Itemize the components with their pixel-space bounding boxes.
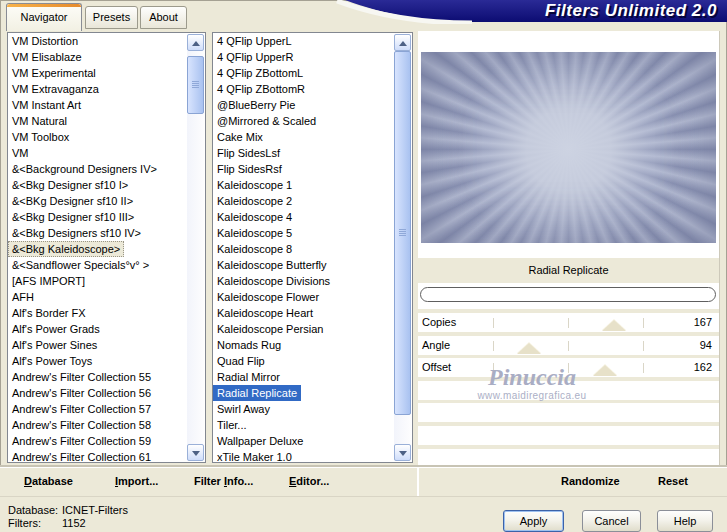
category-item[interactable]: &<Bkg Designers sf10 IV> bbox=[8, 225, 205, 241]
category-item[interactable]: VM bbox=[8, 145, 205, 161]
param-label: Copies bbox=[422, 316, 456, 328]
filters-unlimited-window: Filters Unlimited 2.0 Navigator Presets … bbox=[0, 0, 727, 532]
database-button[interactable]: Database bbox=[24, 475, 73, 487]
category-item[interactable]: Andrew's Filter Collection 58 bbox=[8, 417, 205, 433]
bottom-toolbar: DatabaseImport...Filter Info...Editor...… bbox=[0, 467, 727, 496]
filter-item[interactable]: Kaleidoscope Heart bbox=[213, 305, 412, 321]
slider-thumb-icon[interactable] bbox=[593, 365, 617, 376]
filter-listbox[interactable]: 4 QFlip UpperL4 QFlip UpperR4 QFlip ZBot… bbox=[212, 32, 413, 463]
category-item[interactable]: Andrew's Filter Collection 56 bbox=[8, 385, 205, 401]
category-item[interactable]: &<Background Designers IV> bbox=[8, 161, 205, 177]
param-value: 162 bbox=[694, 361, 712, 373]
progress-row bbox=[418, 283, 719, 309]
param-row-angle[interactable]: Angle94 bbox=[418, 336, 719, 355]
category-item[interactable]: Alf's Power Toys bbox=[8, 353, 205, 369]
apply-button[interactable]: Apply bbox=[503, 510, 564, 532]
scroll-down-icon[interactable] bbox=[394, 444, 411, 461]
database-value: ICNET-Filters bbox=[62, 504, 128, 516]
category-item[interactable]: VM Distortion bbox=[8, 33, 205, 49]
category-item[interactable]: [AFS IMPORT] bbox=[8, 273, 205, 289]
help-button[interactable]: Help bbox=[657, 510, 713, 532]
filter-item[interactable]: 4 QFlip UpperR bbox=[213, 49, 412, 65]
category-item[interactable]: VM Natural bbox=[8, 113, 205, 129]
category-item[interactable]: &<Bkg Designer sf10 III> bbox=[8, 209, 205, 225]
category-item[interactable]: AFH bbox=[8, 289, 205, 305]
filter-item[interactable]: Kaleidoscope 4 bbox=[213, 209, 412, 225]
category-item[interactable]: VM Elisablaze bbox=[8, 49, 205, 65]
filter-item[interactable]: Cake Mix bbox=[213, 129, 412, 145]
param-row-copies[interactable]: Copies167 bbox=[418, 313, 719, 332]
slider-thumb-icon[interactable] bbox=[602, 320, 626, 331]
filter-item[interactable]: Swirl Away bbox=[213, 401, 412, 417]
import-button[interactable]: Import... bbox=[115, 475, 158, 487]
filter-item[interactable]: Kaleidoscope Butterfly bbox=[213, 257, 412, 273]
up-arrow-icon bbox=[399, 41, 407, 46]
param-value: 167 bbox=[694, 316, 712, 328]
category-item[interactable]: Andrew's Filter Collection 55 bbox=[8, 369, 205, 385]
category-item[interactable]: &<Sandflower Specials°v° > bbox=[8, 257, 205, 273]
slider-thumb-icon[interactable] bbox=[517, 343, 541, 354]
filter-scrollbar[interactable] bbox=[394, 34, 411, 461]
filter-item-selected[interactable]: Radial Replicate bbox=[213, 385, 301, 401]
filters-count-value: 1152 bbox=[62, 517, 86, 529]
scroll-up-icon[interactable] bbox=[187, 34, 204, 51]
filter-item[interactable]: @BlueBerry Pie bbox=[213, 97, 412, 113]
filter-item[interactable]: Kaleidoscope Divisions bbox=[213, 273, 412, 289]
category-item[interactable]: &<BKg Designer sf10 II> bbox=[8, 193, 205, 209]
category-listbox[interactable]: VM DistortionVM ElisablazeVM Experimenta… bbox=[7, 32, 206, 463]
category-item[interactable]: VM Extravaganza bbox=[8, 81, 205, 97]
filter-item[interactable]: Kaleidoscope 8 bbox=[213, 241, 412, 257]
filters-count-label: Filters: bbox=[8, 517, 41, 529]
up-arrow-icon bbox=[192, 41, 200, 46]
tab-navigator[interactable]: Navigator bbox=[6, 3, 82, 31]
filter-item[interactable]: Kaleidoscope 5 bbox=[213, 225, 412, 241]
category-item-selected[interactable]: &<Bkg Kaleidoscope> bbox=[8, 241, 124, 257]
param-row-empty bbox=[418, 449, 719, 468]
scroll-down-icon[interactable] bbox=[187, 444, 204, 461]
category-item[interactable]: Andrew's Filter Collection 57 bbox=[8, 401, 205, 417]
filter-item[interactable]: Wallpaper Deluxe bbox=[213, 433, 412, 449]
category-item[interactable]: Alf's Border FX bbox=[8, 305, 205, 321]
category-item[interactable]: Andrew's Filter Collection 59 bbox=[8, 433, 205, 449]
filter-item[interactable]: @Mirrored & Scaled bbox=[213, 113, 412, 129]
cancel-button[interactable]: Cancel bbox=[582, 510, 641, 532]
filter-item[interactable]: Kaleidoscope 1 bbox=[213, 177, 412, 193]
category-item[interactable]: VM Experimental bbox=[8, 65, 205, 81]
category-item[interactable]: VM Instant Art bbox=[8, 97, 205, 113]
tab-about[interactable]: About bbox=[140, 6, 187, 29]
app-title: Filters Unlimited 2.0 bbox=[545, 1, 717, 21]
reset-button[interactable]: Reset bbox=[658, 475, 688, 487]
randomize-button[interactable]: Randomize bbox=[561, 475, 620, 487]
scroll-thumb[interactable] bbox=[394, 51, 411, 415]
param-value: 94 bbox=[700, 339, 712, 351]
param-row-offset[interactable]: Offset162 bbox=[418, 358, 719, 377]
filter-item[interactable]: Tiler... bbox=[213, 417, 412, 433]
editor-button[interactable]: Editor... bbox=[289, 475, 329, 487]
filter-item[interactable]: Flip SidesLsf bbox=[213, 145, 412, 161]
filter-item[interactable]: 4 QFlip ZBottomL bbox=[213, 65, 412, 81]
filter-info-button[interactable]: Filter Info... bbox=[194, 475, 253, 487]
category-item[interactable]: Andrew's Filter Collection 61 bbox=[8, 449, 205, 463]
filter-item[interactable]: Quad Flip bbox=[213, 353, 412, 369]
filter-item[interactable]: Kaleidoscope Flower bbox=[213, 289, 412, 305]
filter-item[interactable]: Radial Mirror bbox=[213, 369, 412, 385]
category-item[interactable]: VM Toolbox bbox=[8, 129, 205, 145]
preview-filter-name: Radial Replicate bbox=[418, 258, 719, 283]
param-label: Offset bbox=[422, 361, 451, 373]
filter-item[interactable]: Flip SidesRsf bbox=[213, 161, 412, 177]
category-item[interactable]: Alf's Power Grads bbox=[8, 321, 205, 337]
filter-item[interactable]: 4 QFlip ZBottomR bbox=[213, 81, 412, 97]
filter-item[interactable]: Kaleidoscope 2 bbox=[213, 193, 412, 209]
tab-presets[interactable]: Presets bbox=[85, 6, 138, 29]
filter-item[interactable]: Kaleidoscope Persian bbox=[213, 321, 412, 337]
status-bar: Database: ICNET-Filters Filters: 1152 Ap… bbox=[0, 496, 727, 532]
scroll-up-icon[interactable] bbox=[394, 34, 411, 51]
category-item[interactable]: &<Bkg Designer sf10 I> bbox=[8, 177, 205, 193]
scroll-thumb[interactable] bbox=[187, 56, 204, 114]
category-item[interactable]: Alf's Power Sines bbox=[8, 337, 205, 353]
filter-item[interactable]: Nomads Rug bbox=[213, 337, 412, 353]
toolbar-divider bbox=[417, 468, 419, 496]
filter-item[interactable]: xTile Maker 1.0 bbox=[213, 449, 412, 463]
category-scrollbar[interactable] bbox=[187, 34, 204, 461]
filter-item[interactable]: 4 QFlip UpperL bbox=[213, 33, 412, 49]
